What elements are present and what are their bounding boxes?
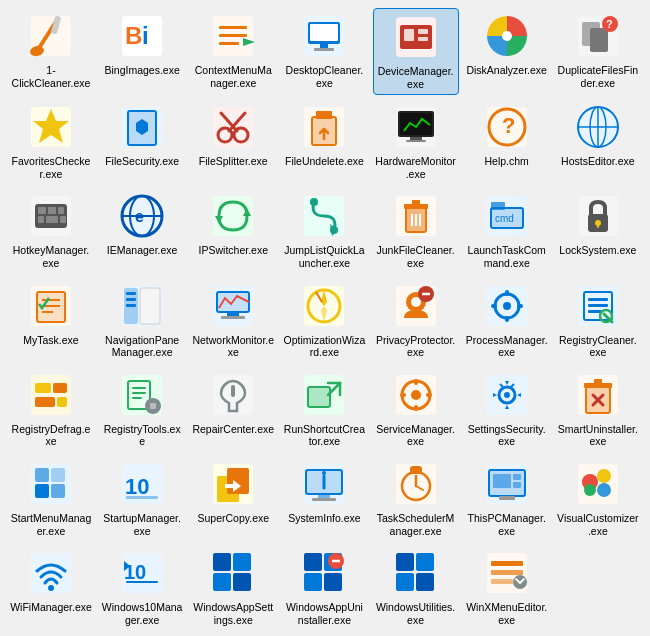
svg-point-152 [411,390,421,400]
icon-item-winutilities[interactable]: WindowsUtilities.exe [373,545,459,630]
icon-item-launchtask[interactable]: cmd LaunchTaskCommand.exe [464,188,550,273]
svg-rect-133 [35,383,51,393]
icon-item-duplicatefinder[interactable]: ? DuplicateFilesFinder.exe [555,8,641,95]
svg-rect-171 [51,468,65,482]
icon-item-regtools[interactable]: RegistryTools.exe [99,367,185,452]
icon-label-desktopcleaner: DesktopCleaner.exe [283,64,365,89]
icon-item-filesplitter[interactable]: FileSplitter.exe [190,99,276,184]
icon-item-ipswitcher[interactable]: IPSwitcher.exe [190,188,276,273]
svg-point-199 [597,469,611,483]
icon-label-regcleaner: RegistryCleaner.exe [557,334,639,359]
svg-rect-169 [51,484,65,498]
icon-img-winappsettings [209,549,257,597]
icon-item-junkfile[interactable]: JunkFileCleaner.exe [373,188,459,273]
icon-item-winappsettings[interactable]: WindowsAppSettings.exe [190,545,276,630]
svg-rect-110 [221,316,245,319]
icon-label-favoriteschecker: FavoritesChecker.exe [10,155,92,180]
svg-rect-134 [53,383,67,393]
icon-item-win10mgr[interactable]: 10 Windows10Manager.exe [99,545,185,630]
svg-rect-210 [233,553,251,571]
icon-label-hardwaremonitor: HardwareMonitor.exe [375,155,457,180]
svg-rect-196 [499,496,515,500]
icon-item-winappuninstall[interactable]: WindowsAppUninstaller.exe [281,545,367,630]
svg-rect-122 [505,290,509,296]
icon-item-favoriteschecker[interactable]: FavoritesChecker.exe [8,99,94,184]
icon-label-iemanager: IEManager.exe [107,244,178,257]
icon-label-winappsettings: WindowsAppSettings.exe [192,601,274,626]
icon-label-repaircenter: RepairCenter.exe [192,423,274,436]
icon-img-fileundelete [300,103,348,151]
icon-img-taskscheduler [392,460,440,508]
icon-item-taskscheduler[interactable]: TaskSchedulerManager.exe [373,456,459,541]
icon-item-hostsedit[interactable]: HostsEditor.exe [555,99,641,184]
icon-item-helpchm[interactable]: ? Help.chm [464,99,550,184]
icon-img-desktopcleaner [300,12,348,60]
icon-item-servicemgr[interactable]: ServiceManager.exe [373,367,459,452]
icon-item-hardwaremonitor[interactable]: HardwareMonitor.exe [373,99,459,184]
icon-item-shortcutcreator[interactable]: RunShortcutCreator.exe [281,367,367,452]
icon-label-visualcust: VisualCustomizer.exe [557,512,639,537]
svg-rect-141 [132,397,142,399]
svg-rect-164 [594,379,602,384]
icon-label-privacypro: PrivacyProtector.exe [375,334,457,359]
icon-item-devicemanager[interactable]: DeviceManager.exe [373,8,459,95]
svg-rect-174 [126,496,158,499]
icon-item-desktopcleaner[interactable]: DesktopCleaner.exe [281,8,367,95]
icon-item-repaircenter[interactable]: RepairCenter.exe [190,367,276,452]
icon-item-bingimages[interactable]: B i BingImages.exe [99,8,185,95]
svg-rect-153 [414,379,418,385]
svg-rect-222 [491,561,523,566]
icon-item-diskanalyzer[interactable]: DiskAnalyzer.exe [464,8,550,95]
svg-rect-213 [304,553,322,571]
icon-item-thispcmgr[interactable]: ThisPCManager.exe [464,456,550,541]
icon-img-mytask [27,282,75,330]
svg-rect-168 [35,484,49,498]
icon-img-shortcutcreator [300,371,348,419]
icon-label-bingimages: BingImages.exe [104,64,179,77]
icon-img-filesplitter [209,103,257,151]
icon-img-repaircenter [209,371,257,419]
icon-item-locksystem[interactable]: LockSystem.exe [555,188,641,273]
icon-item-supercopy[interactable]: SuperCopy.exe [190,456,276,541]
icon-item-contextmenu[interactable]: ContextMenuManager.exe [190,8,276,95]
icon-item-jumplist[interactable]: JumpListQuickLauncher.exe [281,188,367,273]
svg-point-203 [48,585,54,591]
icon-item-filesecurity[interactable]: FileSecurity.exe [99,99,185,184]
icon-item-sysinfo[interactable]: SystemInfo.exe [281,456,367,541]
icon-item-processmgr[interactable]: ProcessManager.exe [464,278,550,363]
icon-label-sysinfo: SystemInfo.exe [288,512,360,525]
icon-item-wifimanager[interactable]: WiFiManager.exe [8,545,94,630]
icon-item-startupmgr[interactable]: 10 StartupManager.exe [99,456,185,541]
icon-item-networkmonitor[interactable]: NetworkMonitor.exe [190,278,276,363]
icon-item-hotkeymgr[interactable]: HotkeyManager.exe [8,188,94,273]
icon-item-settingssec[interactable]: SettingsSecurity.exe [464,367,550,452]
icon-item-iemanager[interactable]: e IEManager.exe [99,188,185,273]
icon-img-privacypro [392,282,440,330]
icon-item-regdefrag[interactable]: RegistryDefrag.exe [8,367,94,452]
icon-item-privacypro[interactable]: PrivacyProtector.exe [373,278,459,363]
svg-rect-193 [493,474,511,488]
icon-item-startmenumgr[interactable]: StartMenuManager.exe [8,456,94,541]
svg-rect-62 [38,216,44,223]
icon-item-1clickcleaner[interactable]: 1-ClickCleaner.exe [8,8,94,95]
icon-label-junkfile: JunkFileCleaner.exe [375,244,457,269]
icon-item-regcleaner[interactable]: RegistryCleaner.exe [555,278,641,363]
svg-rect-109 [227,312,239,316]
icon-item-navpane[interactable]: NavigationPaneManager.exe [99,278,185,363]
icon-item-smartuninstall[interactable]: SmartUninstaller.exe [555,367,641,452]
svg-rect-135 [35,397,55,407]
icon-img-startmenumgr [27,460,75,508]
icon-item-optiwizard[interactable]: OptimizationWizard.exe [281,278,367,363]
svg-point-184 [322,471,326,475]
svg-rect-209 [213,553,231,571]
icon-label-wifimanager: WiFiManager.exe [10,601,92,614]
icon-img-startupmgr: 10 [118,460,166,508]
icon-item-mytask[interactable]: MyTask.exe [8,278,94,363]
svg-text:10: 10 [125,474,149,499]
icon-item-winxmenu[interactable]: WinXMenuEditor.exe [464,545,550,630]
icon-img-launchtask: cmd [483,192,531,240]
icon-img-locksystem [574,192,622,240]
icon-img-smartuninstall [574,371,622,419]
icon-item-visualcust[interactable]: VisualCustomizer.exe [555,456,641,541]
icon-item-fileundelete[interactable]: FileUndelete.exe [281,99,367,184]
